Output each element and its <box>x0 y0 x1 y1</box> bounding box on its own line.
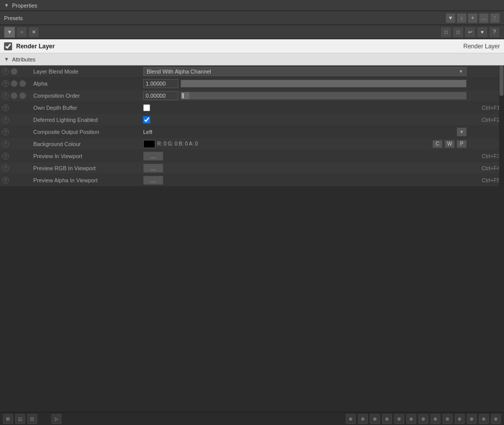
prop-value-alpha: 1.00000 <box>141 79 469 88</box>
bgcolor-swatch[interactable] <box>143 140 155 148</box>
bottom-icon-4[interactable]: ▷ <box>51 414 61 424</box>
toolbar-copy-btn[interactable]: □ <box>440 27 452 38</box>
help-icon-preview[interactable]: ? <box>2 153 9 160</box>
composite-position-value: Left <box>143 129 152 135</box>
bottom-icon-3[interactable]: ⊡ <box>27 414 37 424</box>
bottom-icon-6[interactable]: ⊕ <box>358 414 368 424</box>
prop-name-bgcolor: Background Colour <box>30 141 141 147</box>
prop-row-background-colour: ? Background Colour R: 0 G: 0 B: 0 A: 0 … <box>0 138 504 150</box>
bottom-icon-2[interactable]: ◱ <box>15 414 25 424</box>
bottom-icon-10[interactable]: ⊕ <box>406 414 416 424</box>
bottom-icon-9[interactable]: ⊕ <box>394 414 404 424</box>
status-icon-comp[interactable] <box>11 92 18 99</box>
toolbar-circle-btn[interactable]: ○ <box>16 27 27 38</box>
prop-value-depth <box>141 104 469 111</box>
bgcolor-w-btn[interactable]: W <box>445 140 455 148</box>
toolbar-help-btn[interactable]: ? <box>489 27 500 38</box>
prop-row-alpha: ? Alpha 1.00000 <box>0 78 504 90</box>
prop-icons-preview-rgb: ? <box>0 165 30 172</box>
prop-icons-depth: ? <box>0 104 30 111</box>
blend-mode-dropdown[interactable]: Blend With Alpha Channel ▼ <box>143 67 467 76</box>
bottom-icon-15[interactable]: ⊕ <box>467 414 477 424</box>
composite-position-dropdown[interactable]: ▼ <box>457 127 467 136</box>
prop-icons-bgcolor: ? <box>0 140 30 148</box>
render-layer-header: Render Layer Render Layer <box>0 39 504 53</box>
toolbar-right: □ □ ↩ ♥ ? <box>440 27 500 38</box>
blend-mode-value: Blend With Alpha Channel <box>147 68 211 75</box>
help-icon-preview-rgb[interactable]: ? <box>2 165 9 172</box>
toolbar-close-btn[interactable]: ✕ <box>28 27 39 38</box>
bgcolor-p-btn[interactable]: P <box>457 140 467 148</box>
toolbar-favorite-btn[interactable]: ♥ <box>477 27 488 38</box>
comp-order-slider-thumb <box>182 93 184 98</box>
prop-row-layer-blend-mode: ? Layer Blend Mode Blend With Alpha Chan… <box>0 65 504 78</box>
presets-more-btn[interactable]: … <box>479 13 489 23</box>
toolbar-undo-btn[interactable]: ↩ <box>465 27 476 38</box>
anim-icon-alpha[interactable] <box>19 80 26 87</box>
prop-value-preview-rgb: ... <box>141 164 469 173</box>
render-layer-checkbox[interactable] <box>4 42 12 50</box>
depth-buffer-checkbox[interactable] <box>143 104 150 111</box>
bottom-icon-13[interactable]: ⊕ <box>443 414 453 424</box>
comp-order-number[interactable]: 0.00000 <box>143 91 178 100</box>
bottom-icon-5[interactable]: ⊕ <box>346 414 356 424</box>
help-icon-lighting[interactable]: ? <box>2 116 9 123</box>
preview-rgb-btn[interactable]: ... <box>143 164 163 173</box>
prop-value-preview: ... <box>141 152 469 161</box>
alpha-number[interactable]: 1.00000 <box>143 79 178 88</box>
anim-icon-comp[interactable] <box>19 92 26 99</box>
presets-right-buttons: ▼ ↓ + … ⋮ <box>446 13 500 23</box>
status-icon-alpha[interactable] <box>11 80 18 87</box>
bottom-icon-8[interactable]: ⊕ <box>382 414 392 424</box>
prop-icons-composite: ? <box>0 128 30 135</box>
help-icon-bgcolor[interactable]: ? <box>2 140 9 148</box>
preview-viewport-btn[interactable]: ... <box>143 152 163 161</box>
scrollbar-thumb[interactable] <box>499 65 503 96</box>
presets-filter-btn[interactable]: ▼ <box>446 13 456 23</box>
prop-icons-comp: ? <box>0 92 30 99</box>
bottom-icon-12[interactable]: ⊕ <box>430 414 440 424</box>
bottom-icon-11[interactable]: ⊕ <box>418 414 428 424</box>
render-layer-value: Render Layer <box>463 43 500 50</box>
title-bar-arrow: ▼ <box>4 3 9 8</box>
presets-add-btn[interactable]: + <box>468 13 478 23</box>
alpha-slider[interactable] <box>180 80 467 88</box>
help-icon-preview-alpha[interactable]: ? <box>2 177 9 184</box>
bottom-icon-1[interactable]: ⊞ <box>3 414 13 424</box>
help-icon-composite[interactable]: ? <box>2 128 9 135</box>
help-icon-blend[interactable]: ? <box>2 68 9 75</box>
prop-row-depth-buffer: ? Own Depth Buffer Ctrl+F1 <box>0 102 504 114</box>
help-icon-comp[interactable]: ? <box>2 92 9 99</box>
bottom-icon-14[interactable]: ⊕ <box>455 414 465 424</box>
presets-menu-btn[interactable]: ⋮ <box>490 13 500 23</box>
title-bar-title: Properties <box>12 3 37 9</box>
bottom-icon-16[interactable]: ⊕ <box>479 414 489 424</box>
preview-alpha-btn[interactable]: ... <box>143 176 163 185</box>
scrollbar-track[interactable] <box>499 65 504 186</box>
lighting-checkbox[interactable] <box>143 116 150 123</box>
bottom-icon-7[interactable]: ⊕ <box>370 414 380 424</box>
prop-value-lighting <box>141 116 469 123</box>
bottom-icon-17[interactable]: ⊕ <box>491 414 501 424</box>
prop-icons-blend: ? <box>0 68 30 75</box>
prop-value-blend: Blend With Alpha Channel ▼ <box>141 67 469 76</box>
properties-area: ? Layer Blend Mode Blend With Alpha Chan… <box>0 65 504 186</box>
properties-table: ? Layer Blend Mode Blend With Alpha Chan… <box>0 65 504 186</box>
help-icon-alpha[interactable]: ? <box>2 80 9 87</box>
status-icon-blend[interactable] <box>11 68 18 75</box>
prop-value-bgcolor: R: 0 G: 0 B: 0 A: 0 C W P <box>141 140 469 148</box>
comp-order-slider[interactable] <box>180 92 467 100</box>
prop-name-composite: Composite Output Position <box>30 129 141 135</box>
presets-download-btn[interactable]: ↓ <box>457 13 467 23</box>
toolbar-paste-btn[interactable]: □ <box>453 27 464 38</box>
prop-row-preview-rgb: ? Preview RGB In Viewport ... Ctrl+F4 <box>0 162 504 174</box>
prop-name-preview-alpha: Preview Alpha In Viewport <box>30 177 141 183</box>
help-icon-depth[interactable]: ? <box>2 104 9 111</box>
prop-name-preview-rgb: Preview RGB In Viewport <box>30 165 141 171</box>
prop-row-composite-position: ? Composite Output Position Left ▼ <box>0 126 504 138</box>
bgcolor-c-btn[interactable]: C <box>432 140 443 148</box>
toolbar-filter-btn[interactable]: ▼ <box>4 27 15 38</box>
attributes-header[interactable]: ▼ Attributes <box>0 53 504 65</box>
prop-name-alpha: Alpha <box>30 81 141 87</box>
prop-row-deferred-lighting: ? Deferred Lighting Enabled Ctrl+F2 <box>0 114 504 126</box>
